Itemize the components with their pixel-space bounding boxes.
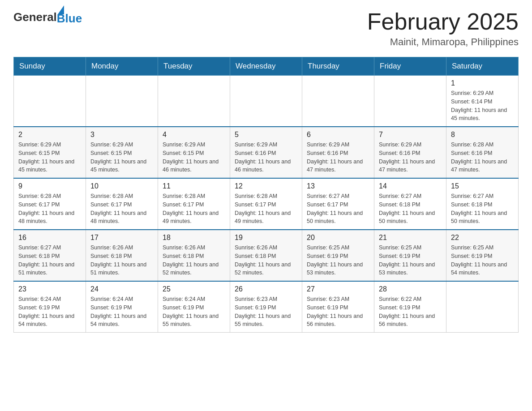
- day-number: 3: [90, 131, 153, 139]
- day-header-friday: Friday: [374, 57, 446, 76]
- day-info: Sunrise: 6:28 AMSunset: 6:16 PMDaylight:…: [451, 141, 514, 174]
- calendar-title: February 2025: [367, 9, 519, 34]
- day-info: Sunrise: 6:23 AMSunset: 6:19 PMDaylight:…: [307, 295, 369, 329]
- calendar-cell: 2Sunrise: 6:29 AMSunset: 6:15 PMDaylight…: [14, 127, 86, 178]
- day-info: Sunrise: 6:29 AMSunset: 6:15 PMDaylight:…: [90, 141, 153, 174]
- calendar-week-row: 9Sunrise: 6:28 AMSunset: 6:17 PMDaylight…: [14, 178, 519, 230]
- calendar-cell: 21Sunrise: 6:25 AMSunset: 6:19 PMDayligh…: [374, 230, 446, 281]
- day-number: 19: [235, 234, 297, 242]
- calendar-cell: [446, 281, 519, 333]
- day-number: 22: [451, 234, 514, 242]
- day-number: 11: [163, 182, 225, 190]
- calendar-cell: 7Sunrise: 6:29 AMSunset: 6:16 PMDaylight…: [374, 127, 446, 178]
- calendar-cell: 16Sunrise: 6:27 AMSunset: 6:18 PMDayligh…: [14, 230, 86, 281]
- calendar-week-row: 1Sunrise: 6:29 AMSunset: 6:14 PMDaylight…: [14, 76, 519, 127]
- day-number: 17: [90, 234, 153, 242]
- day-number: 23: [18, 285, 81, 293]
- day-header-saturday: Saturday: [446, 57, 519, 76]
- day-info: Sunrise: 6:24 AMSunset: 6:19 PMDaylight:…: [18, 295, 81, 329]
- day-info: Sunrise: 6:24 AMSunset: 6:19 PMDaylight:…: [163, 295, 225, 329]
- day-number: 26: [235, 285, 297, 293]
- page-header: General Blue February 2025 Mainit, Mimar…: [13, 9, 519, 48]
- day-info: Sunrise: 6:29 AMSunset: 6:15 PMDaylight:…: [163, 141, 225, 174]
- calendar-cell: 15Sunrise: 6:27 AMSunset: 6:18 PMDayligh…: [446, 178, 519, 230]
- day-info: Sunrise: 6:24 AMSunset: 6:19 PMDaylight:…: [90, 295, 153, 329]
- day-info: Sunrise: 6:27 AMSunset: 6:17 PMDaylight:…: [307, 192, 369, 226]
- day-info: Sunrise: 6:23 AMSunset: 6:19 PMDaylight:…: [235, 295, 297, 329]
- day-number: 28: [379, 285, 442, 293]
- calendar-cell: [302, 76, 374, 127]
- day-info: Sunrise: 6:29 AMSunset: 6:16 PMDaylight:…: [307, 141, 369, 174]
- calendar-cell: 20Sunrise: 6:25 AMSunset: 6:19 PMDayligh…: [302, 230, 374, 281]
- day-info: Sunrise: 6:25 AMSunset: 6:19 PMDaylight:…: [451, 244, 514, 277]
- day-info: Sunrise: 6:28 AMSunset: 6:17 PMDaylight:…: [163, 192, 225, 226]
- day-number: 27: [307, 285, 369, 293]
- calendar-cell: 1Sunrise: 6:29 AMSunset: 6:14 PMDaylight…: [446, 76, 519, 127]
- day-number: 20: [307, 234, 369, 242]
- calendar-cell: 6Sunrise: 6:29 AMSunset: 6:16 PMDaylight…: [302, 127, 374, 178]
- day-info: Sunrise: 6:29 AMSunset: 6:15 PMDaylight:…: [18, 141, 81, 174]
- day-number: 15: [451, 182, 514, 190]
- day-info: Sunrise: 6:25 AMSunset: 6:19 PMDaylight:…: [379, 244, 442, 277]
- day-number: 21: [379, 234, 442, 242]
- calendar-subtitle: Mainit, Mimaropa, Philippines: [367, 36, 519, 48]
- calendar-cell: 5Sunrise: 6:29 AMSunset: 6:16 PMDaylight…: [230, 127, 302, 178]
- day-number: 18: [163, 234, 225, 242]
- logo-blue-text: Blue: [57, 12, 82, 26]
- day-info: Sunrise: 6:27 AMSunset: 6:18 PMDaylight:…: [451, 192, 514, 226]
- day-info: Sunrise: 6:25 AMSunset: 6:19 PMDaylight:…: [307, 244, 369, 277]
- day-number: 13: [307, 182, 369, 190]
- calendar-cell: 14Sunrise: 6:27 AMSunset: 6:18 PMDayligh…: [374, 178, 446, 230]
- day-number: 16: [18, 234, 81, 242]
- day-info: Sunrise: 6:28 AMSunset: 6:17 PMDaylight:…: [90, 192, 153, 226]
- day-header-sunday: Sunday: [14, 57, 86, 76]
- logo-general-text: General: [13, 10, 57, 24]
- calendar-cell: 10Sunrise: 6:28 AMSunset: 6:17 PMDayligh…: [86, 178, 158, 230]
- calendar-table: SundayMondayTuesdayWednesdayThursdayFrid…: [13, 57, 519, 333]
- calendar-cell: 9Sunrise: 6:28 AMSunset: 6:17 PMDaylight…: [14, 178, 86, 230]
- calendar-cell: [230, 76, 302, 127]
- day-number: 4: [163, 131, 225, 139]
- day-header-tuesday: Tuesday: [158, 57, 230, 76]
- days-header-row: SundayMondayTuesdayWednesdayThursdayFrid…: [14, 57, 519, 76]
- day-header-wednesday: Wednesday: [230, 57, 302, 76]
- day-number: 1: [451, 79, 514, 87]
- day-number: 12: [235, 182, 297, 190]
- calendar-cell: 13Sunrise: 6:27 AMSunset: 6:17 PMDayligh…: [302, 178, 374, 230]
- calendar-week-row: 16Sunrise: 6:27 AMSunset: 6:18 PMDayligh…: [14, 230, 519, 281]
- calendar-cell: 26Sunrise: 6:23 AMSunset: 6:19 PMDayligh…: [230, 281, 302, 333]
- calendar-cell: [86, 76, 158, 127]
- day-info: Sunrise: 6:29 AMSunset: 6:14 PMDaylight:…: [451, 89, 514, 123]
- calendar-cell: 12Sunrise: 6:28 AMSunset: 6:17 PMDayligh…: [230, 178, 302, 230]
- day-header-thursday: Thursday: [302, 57, 374, 76]
- day-info: Sunrise: 6:26 AMSunset: 6:18 PMDaylight:…: [163, 244, 225, 277]
- day-info: Sunrise: 6:26 AMSunset: 6:18 PMDaylight:…: [235, 244, 297, 277]
- day-number: 8: [451, 131, 514, 139]
- day-header-monday: Monday: [86, 57, 158, 76]
- day-number: 14: [379, 182, 442, 190]
- day-number: 6: [307, 131, 369, 139]
- title-block: February 2025 Mainit, Mimaropa, Philippi…: [367, 9, 519, 48]
- day-number: 25: [163, 285, 225, 293]
- day-number: 2: [18, 131, 81, 139]
- calendar-week-row: 2Sunrise: 6:29 AMSunset: 6:15 PMDaylight…: [14, 127, 519, 178]
- calendar-cell: 18Sunrise: 6:26 AMSunset: 6:18 PMDayligh…: [158, 230, 230, 281]
- day-info: Sunrise: 6:28 AMSunset: 6:17 PMDaylight:…: [18, 192, 81, 226]
- day-info: Sunrise: 6:27 AMSunset: 6:18 PMDaylight:…: [379, 192, 442, 226]
- calendar-cell: 22Sunrise: 6:25 AMSunset: 6:19 PMDayligh…: [446, 230, 519, 281]
- calendar-cell: 11Sunrise: 6:28 AMSunset: 6:17 PMDayligh…: [158, 178, 230, 230]
- calendar-cell: 24Sunrise: 6:24 AMSunset: 6:19 PMDayligh…: [86, 281, 158, 333]
- day-info: Sunrise: 6:26 AMSunset: 6:18 PMDaylight:…: [90, 244, 153, 277]
- calendar-cell: [14, 76, 86, 127]
- day-number: 24: [90, 285, 153, 293]
- calendar-cell: 17Sunrise: 6:26 AMSunset: 6:18 PMDayligh…: [86, 230, 158, 281]
- calendar-cell: 19Sunrise: 6:26 AMSunset: 6:18 PMDayligh…: [230, 230, 302, 281]
- day-info: Sunrise: 6:22 AMSunset: 6:19 PMDaylight:…: [379, 295, 442, 329]
- calendar-cell: 28Sunrise: 6:22 AMSunset: 6:19 PMDayligh…: [374, 281, 446, 333]
- calendar-cell: 25Sunrise: 6:24 AMSunset: 6:19 PMDayligh…: [158, 281, 230, 333]
- day-info: Sunrise: 6:28 AMSunset: 6:17 PMDaylight:…: [235, 192, 297, 226]
- day-number: 9: [18, 182, 81, 190]
- logo-blue-section: Blue: [57, 9, 82, 26]
- day-number: 7: [379, 131, 442, 139]
- calendar-cell: 8Sunrise: 6:28 AMSunset: 6:16 PMDaylight…: [446, 127, 519, 178]
